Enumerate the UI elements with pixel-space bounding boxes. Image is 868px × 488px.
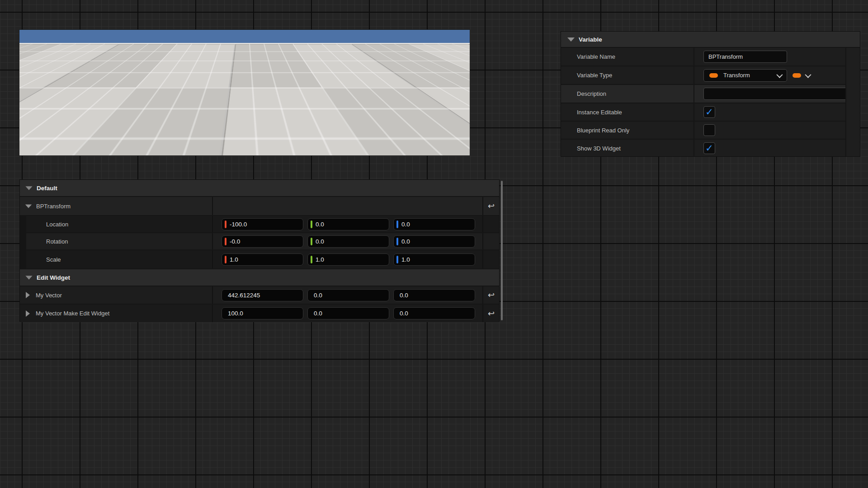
variable-type-row: Variable Type Transform [561, 66, 860, 85]
variable-section-header[interactable]: Variable [561, 32, 860, 48]
my-vector-row[interactable]: My Vector 442.612245 0.0 0.0 ↩ [20, 286, 499, 305]
expander-collapsed-icon[interactable] [26, 310, 30, 317]
show-3d-widget-checkbox[interactable]: ✓ [703, 142, 715, 154]
chevron-down-icon [776, 71, 783, 78]
x-axis-bar-icon [225, 238, 226, 245]
blueprint-3d-viewport[interactable]: BPTransform MyVector_MakeEditWidget [19, 30, 470, 155]
my-vector-z-value: 0.0 [400, 292, 408, 299]
collapse-triangle-icon[interactable] [567, 38, 575, 42]
expand-triangle-icon[interactable] [25, 204, 32, 208]
my-vector-world-label: MyVector_MakeEditWidget [370, 103, 451, 111]
location-z-field[interactable]: 0.0 [393, 218, 475, 230]
bp-transform-property-label: BPTransform [36, 203, 71, 210]
location-label: Location [46, 221, 68, 228]
rotation-label: Rotation [46, 238, 68, 245]
scale-z-value: 1.0 [401, 256, 410, 263]
z-axis-bar-icon [396, 221, 398, 228]
check-icon: ✓ [705, 107, 713, 117]
description-input[interactable] [703, 88, 847, 100]
z-axis-bar-icon [396, 256, 398, 263]
reset-to-default-icon[interactable]: ↩ [488, 202, 495, 210]
expander-collapsed-icon[interactable] [26, 292, 30, 298]
my-vector-y-value: 0.0 [314, 292, 322, 299]
blueprint-readonly-label: Blueprint Read Only [561, 127, 693, 134]
bp-transform-world-label: BPTransform [94, 109, 130, 116]
description-label: Description [561, 90, 693, 97]
variable-type-value: Transform [723, 72, 777, 79]
location-row: Location -100.0 0.0 0.0 [20, 216, 499, 233]
location-x-value: -100.0 [230, 221, 247, 228]
my-vector-mew-y-field[interactable]: 0.0 [307, 307, 389, 319]
my-vector-mew-y-value: 0.0 [314, 310, 322, 317]
scale-y-value: 1.0 [316, 256, 324, 263]
check-icon: ✓ [705, 143, 713, 153]
rotation-z-value: 0.0 [401, 238, 410, 245]
default-category-title: Default [37, 185, 57, 192]
location-y-field[interactable]: 0.0 [307, 218, 389, 230]
container-type-pill-icon [793, 73, 801, 78]
rotation-x-field[interactable]: -0.0 [222, 235, 303, 248]
container-type-dropdown[interactable] [793, 73, 810, 78]
transform-type-pill-icon [709, 73, 718, 78]
variable-details-panel: Variable Variable Name Variable Type Tra… [561, 31, 860, 157]
scale-label: Scale [46, 256, 61, 263]
show-3d-widget-label: Show 3D Widget [561, 145, 693, 152]
my-vector-mew-z-field[interactable]: 0.0 [393, 307, 475, 319]
default-category-header[interactable]: Default [20, 180, 499, 197]
actor-sprite-gizmo[interactable] [197, 74, 287, 146]
variable-type-dropdown[interactable]: Transform [703, 69, 787, 82]
my-vector-y-field[interactable]: 0.0 [307, 289, 389, 301]
x-axis-bar-icon [225, 256, 226, 263]
collapse-triangle-icon[interactable] [25, 276, 32, 280]
my-vector-mew-x-field[interactable]: 100.0 [222, 307, 303, 319]
my-vector-mew-row[interactable]: My Vector Make Edit Widget 100.0 0.0 0.0… [20, 305, 499, 322]
panel-right-gutter [845, 48, 860, 156]
edit-widget-category-title: Edit Widget [37, 274, 70, 281]
my-vector-label: My Vector [36, 292, 62, 299]
instance-editable-checkbox[interactable]: ✓ [703, 106, 715, 118]
variable-name-input[interactable] [703, 51, 787, 63]
rotation-row: Rotation -0.0 0.0 0.0 [20, 233, 499, 250]
z-axis-bar-icon [396, 238, 398, 245]
blueprint-readonly-checkbox[interactable] [703, 124, 715, 136]
edit-widget-category-header[interactable]: Edit Widget [20, 269, 499, 286]
my-vector-x-value: 442.612245 [228, 292, 260, 299]
scale-y-field[interactable]: 1.0 [307, 253, 389, 266]
defaults-details-panel: Default BPTransform ↩ Location -100.0 0.… [19, 179, 500, 322]
reset-to-default-icon[interactable]: ↩ [488, 291, 495, 299]
description-row: Description [561, 85, 860, 103]
show-3d-widget-row: Show 3D Widget ✓ [561, 140, 860, 157]
variable-name-row: Variable Name [561, 48, 860, 66]
details-scrollbar[interactable] [501, 181, 503, 320]
rotation-x-value: -0.0 [230, 238, 240, 245]
y-axis-bar-icon [311, 256, 312, 263]
variable-name-label: Variable Name [561, 53, 693, 60]
indent-strip [20, 233, 26, 249]
instance-editable-label: Instance Editable [561, 109, 693, 116]
location-x-field[interactable]: -100.0 [222, 218, 303, 230]
scale-x-value: 1.0 [230, 256, 238, 263]
rotation-z-field[interactable]: 0.0 [393, 235, 475, 248]
scale-z-field[interactable]: 1.0 [393, 253, 475, 266]
variable-section-title: Variable [579, 36, 602, 43]
viewport-sky [19, 30, 470, 44]
my-vector-mew-x-value: 100.0 [228, 310, 243, 317]
my-vector-mew-z-value: 0.0 [400, 310, 408, 317]
rotation-y-field[interactable]: 0.0 [307, 235, 389, 248]
scale-row: Scale 1.0 1.0 1.0 [20, 250, 499, 269]
blueprint-readonly-row: Blueprint Read Only [561, 122, 860, 140]
collapse-triangle-icon[interactable] [25, 186, 32, 190]
y-axis-bar-icon [311, 238, 312, 245]
variable-type-label: Variable Type [561, 72, 693, 79]
scale-x-field[interactable]: 1.0 [222, 253, 303, 266]
instance-editable-row: Instance Editable ✓ [561, 103, 860, 122]
y-axis-bar-icon [311, 221, 312, 228]
rotation-y-value: 0.0 [316, 238, 324, 245]
reset-to-default-icon[interactable]: ↩ [488, 310, 495, 318]
my-vector-x-field[interactable]: 442.612245 [222, 289, 303, 301]
my-vector-mew-label: My Vector Make Edit Widget [36, 310, 109, 317]
location-y-value: 0.0 [316, 221, 324, 228]
bp-transform-value-cell [212, 197, 482, 215]
my-vector-z-field[interactable]: 0.0 [393, 289, 475, 301]
bp-transform-property-row[interactable]: BPTransform ↩ [20, 197, 499, 216]
